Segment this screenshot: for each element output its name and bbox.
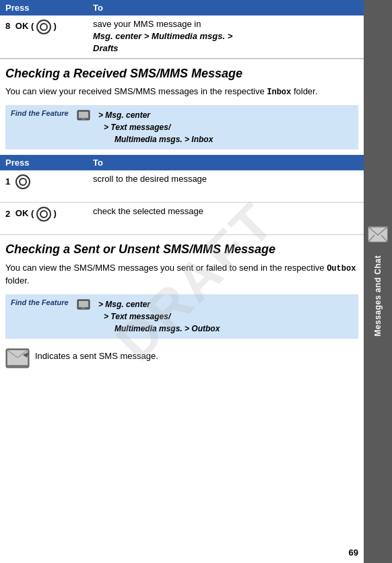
section2-title: Checking a Sent or Unsent SMS/MMS Messag… [0,235,364,260]
find-feature-content-2: > Msg. center > Text messages/ Multimedi… [98,298,220,335]
ok-close: ) [54,209,57,219]
sidebar-label: Messages and Chat [373,255,383,337]
top-table-header: Press To [0,0,364,15]
section-sent: Checking a Sent or Unsent SMS/MMS Messag… [0,235,364,374]
page-number: 69 [349,548,358,558]
outbox-label: Outbox [327,264,356,273]
find-feature-label-1: Find the Feature [11,109,71,117]
find-feature-content-1: > Msg. center > Text messages/ Multimedi… [98,109,213,145]
s1-press-1: 1 [5,173,93,189]
nav-icon [36,20,51,34]
section1-body: You can view your received SMS/MMS messa… [0,84,364,102]
section2-body: You can view the SMS/MMS messages you se… [0,261,364,292]
find-feature-2: Find the Feature > Msg. center > Text me… [5,294,358,339]
note-text: Indicates a sent SMS message. [35,348,158,361]
sidebar-envelope-icon [368,226,388,244]
envelope-svg [5,348,30,368]
header-to: To [93,3,358,13]
find-feature-label-2: Find the Feature [11,298,71,306]
s1-header-press: Press [5,158,93,168]
note-row: Indicates a sent SMS message. [0,344,364,374]
table-row: 8 OK ( ) save your MMS message in Msg. c… [0,15,364,59]
row-number: 1 [5,176,10,187]
ok-label: OK ( [15,209,34,219]
top-table: Press To 8 OK ( ) save your MMS message … [0,0,364,59]
svg-rect-1 [79,112,88,118]
s1-to-1: scroll to the desired message [93,173,358,185]
row-number: 8 [5,21,10,31]
to-path2: Drafts [93,43,119,53]
s1-to-2: check the selected message [93,205,358,218]
device-svg-2 [77,299,90,310]
section-received: Checking a Received SMS/MMS Message You … [0,59,364,236]
svg-rect-2 [81,119,86,119]
table-row: 1 scroll to the desired message [0,170,364,203]
sent-sms-icon [5,348,30,370]
header-press: Press [5,3,93,13]
ok-close: ) [54,21,57,31]
nav-icon [36,207,51,222]
row-number: 2 [5,209,10,219]
sidebar-tab: Messages and Chat [364,0,392,563]
press-cell: 8 OK ( ) [5,18,93,34]
nav-icon [15,174,30,189]
svg-rect-4 [79,301,88,307]
phone-icon-1 [77,110,90,123]
to-path: Msg. center > Multimedia msgs. > [93,31,232,41]
to-text: save your MMS message in [93,19,201,29]
section1-title: Checking a Received SMS/MMS Message [0,59,364,84]
svg-rect-5 [81,308,86,308]
section1-table: Press To 1 scroll to the desired message… [0,155,364,235]
section1-table-header: Press To [0,155,364,170]
inbox-label: Inbox [267,88,291,97]
s1-header-to: To [93,158,358,168]
ok-label: OK ( [15,21,34,31]
to-cell: save your MMS message in Msg. center > M… [93,18,358,55]
phone-icon-2 [77,299,90,312]
device-svg-1 [77,110,90,121]
find-feature-1: Find the Feature > Msg. center > Text me… [5,105,358,150]
s1-press-2: 2 OK ( ) [5,205,93,222]
table-row: 2 OK ( ) check the selected message [0,203,364,235]
